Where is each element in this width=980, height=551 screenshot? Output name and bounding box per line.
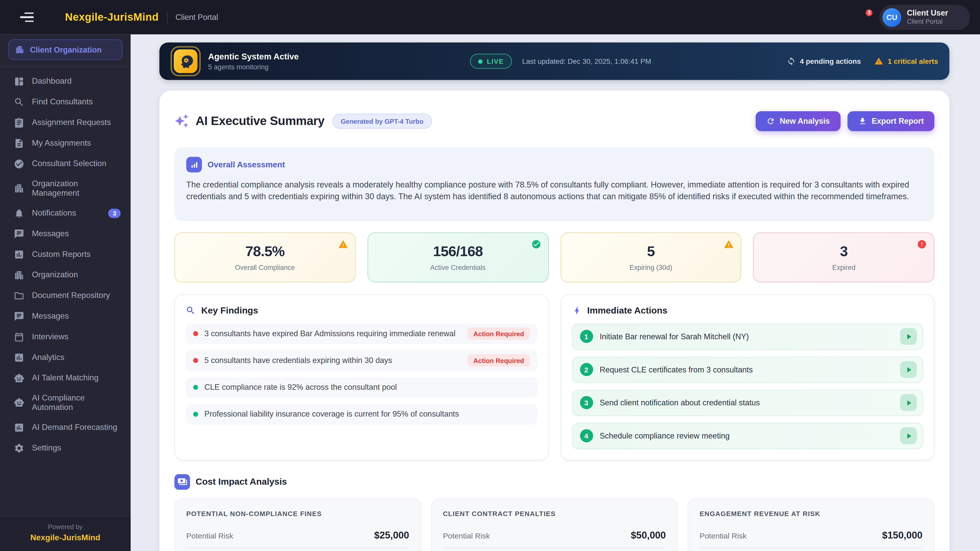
sidebar-item-label: Consultant Selection — [32, 159, 124, 169]
sidebar-item-messages[interactable]: Messages — [0, 224, 130, 244]
dashboard-icon — [14, 76, 24, 87]
lightning-bolt-icon — [572, 305, 582, 315]
app-viewport: Nexgile-JurisMind Client Portal 3 CU Cli… — [0, 0, 980, 551]
gavel-logo-icon — [48, 11, 60, 24]
execute-action-button[interactable] — [900, 361, 917, 378]
bar-chart-icon — [14, 352, 24, 363]
topbar-right: 3 CU Client User Client Portal — [857, 5, 970, 30]
sidebar-item-client-organization[interactable]: Client Organization — [8, 39, 123, 60]
sidebar-item-label: Settings — [32, 443, 124, 453]
sidebar-item-dashboard[interactable]: Dashboard — [0, 71, 130, 92]
sidebar: Client Organization DashboardFind Consul… — [0, 35, 130, 551]
sidebar-item-ai-talent-matching[interactable]: AI Talent Matching — [0, 368, 130, 389]
building-icon — [14, 183, 24, 194]
sidebar-item-custom-reports[interactable]: Custom Reports — [0, 244, 130, 265]
action-number: 2 — [579, 363, 593, 376]
banner-subtitle: 5 agents monitoring — [208, 63, 299, 70]
sidebar-item-label: Interviews — [32, 332, 124, 342]
risk-label: Potential Risk — [443, 532, 490, 540]
hamburger-menu-icon[interactable] — [20, 13, 34, 22]
severity-dot — [193, 358, 198, 363]
notifications-bell-button[interactable]: 3 — [857, 11, 870, 24]
play-icon — [904, 432, 913, 440]
action-required-badge: Action Required — [468, 327, 530, 340]
sidebar-item-find-consultants[interactable]: Find Consultants — [0, 92, 130, 113]
warning-triangle-icon — [724, 239, 734, 249]
live-badge: LIVE — [470, 54, 512, 69]
immediate-actions-title: Immediate Actions — [587, 305, 667, 315]
sidebar-item-label: Analytics — [32, 353, 124, 362]
sidebar-item-label: Assignment Requests — [32, 118, 124, 127]
last-updated-label: Last updated: Dec 30, 2025, 1:06:41 PM — [522, 57, 651, 65]
sidebar-item-interviews[interactable]: Interviews — [0, 327, 130, 348]
notification-count-badge: 3 — [864, 8, 874, 17]
action-required-badge: Action Required — [468, 354, 530, 367]
stat-card-overall-compliance: 78.5%Overall Compliance — [174, 232, 355, 282]
agentic-status-banner: Agentic System Active 5 agents monitorin… — [159, 43, 950, 80]
sidebar-item-ai-compliance-automation[interactable]: AI Compliance Automation — [0, 389, 130, 417]
search-icon — [14, 97, 24, 108]
sidebar-item-document-repository[interactable]: Document Repository — [0, 286, 130, 306]
stat-value: 3 — [840, 243, 848, 260]
sidebar-item-assignment-requests[interactable]: Assignment Requests — [0, 113, 130, 133]
cost-card-title: POTENTIAL NON-COMPLIANCE FINES — [186, 510, 409, 517]
stat-card-expiring-30d: 5Expiring (30d) — [560, 232, 741, 282]
action-text: Schedule compliance review meeting — [600, 432, 893, 440]
building-icon — [15, 45, 24, 54]
stat-value: 5 — [647, 243, 655, 260]
bar-chart-icon — [14, 422, 24, 433]
pending-actions-status: 4 pending actions — [787, 57, 861, 65]
sidebar-item-consultant-selection[interactable]: Consultant Selection — [0, 154, 130, 174]
download-icon — [858, 117, 867, 125]
play-icon — [904, 399, 913, 407]
sidebar-nav: DashboardFind ConsultantsAssignment Requ… — [0, 67, 130, 463]
finding-item: Professional liability insurance coverag… — [186, 404, 537, 425]
sidebar-item-ai-demand-forecasting[interactable]: AI Demand Forecasting — [0, 417, 130, 438]
sidebar-item-notifications[interactable]: Notifications3 — [0, 203, 130, 224]
user-menu-button[interactable]: CU Client User Client Portal — [880, 5, 970, 30]
sidebar-item-messages[interactable]: Messages — [0, 306, 130, 327]
cost-card-client-contract-penalties: CLIENT CONTRACT PENALTIESPotential Risk$… — [431, 499, 678, 551]
stat-card-expired: 3Expired — [753, 232, 935, 282]
sidebar-item-organization[interactable]: Organization — [0, 265, 130, 286]
finding-item: 5 consultants have credentials expiring … — [186, 350, 537, 371]
divider — [700, 548, 922, 548]
sidebar-item-label: Notifications — [32, 209, 101, 218]
action-number: 4 — [579, 429, 593, 442]
stat-card-active-credentials: 156/168Active Credentials — [367, 232, 549, 282]
execute-action-button[interactable] — [900, 328, 917, 345]
chat-icon — [14, 229, 24, 239]
export-report-button[interactable]: Export Report — [847, 111, 934, 131]
sidebar-item-settings[interactable]: Settings — [0, 438, 130, 458]
sidebar-item-label: Messages — [32, 229, 124, 239]
execute-action-button[interactable] — [900, 427, 917, 445]
risk-row: Potential Risk$50,000 — [443, 530, 666, 541]
risk-value: $150,000 — [882, 530, 922, 541]
risk-label: Potential Risk — [700, 532, 746, 540]
building-icon — [14, 270, 24, 281]
finding-item: 3 consultants have expired Bar Admission… — [186, 324, 537, 344]
cost-card-title: CLIENT CONTRACT PENALTIES — [443, 510, 666, 517]
new-analysis-button[interactable]: New Analysis — [756, 111, 840, 131]
divider — [186, 548, 409, 548]
sidebar-item-analytics[interactable]: Analytics — [0, 347, 130, 368]
risk-label: Potential Risk — [186, 532, 233, 540]
immediate-action-item: 2Request CLE certificates from 3 consult… — [572, 357, 923, 383]
sidebar-item-organization-management[interactable]: Organization Management — [0, 174, 130, 203]
action-text: Initiate Bar renewal for Sarah Mitchell … — [600, 332, 893, 341]
calendar-icon — [14, 332, 24, 342]
stat-value: 78.5% — [245, 243, 285, 260]
execute-action-button[interactable] — [900, 394, 917, 411]
check-circle-icon — [14, 159, 24, 169]
robot-icon — [14, 373, 24, 384]
divider — [167, 11, 167, 24]
divider — [443, 548, 666, 548]
banner-title: Agentic System Active — [208, 52, 299, 61]
sidebar-item-my-assignments[interactable]: My Assignments — [0, 133, 130, 154]
document-icon — [14, 138, 24, 149]
finding-text: CLE compliance rate is 92% across the co… — [204, 383, 530, 392]
notification-count-badge: 3 — [108, 208, 121, 218]
immediate-action-item: 4Schedule compliance review meeting — [572, 423, 923, 449]
ai-summary-card: AI Executive Summary Generated by GPT-4 … — [159, 91, 950, 551]
error-circle-icon — [917, 239, 927, 249]
